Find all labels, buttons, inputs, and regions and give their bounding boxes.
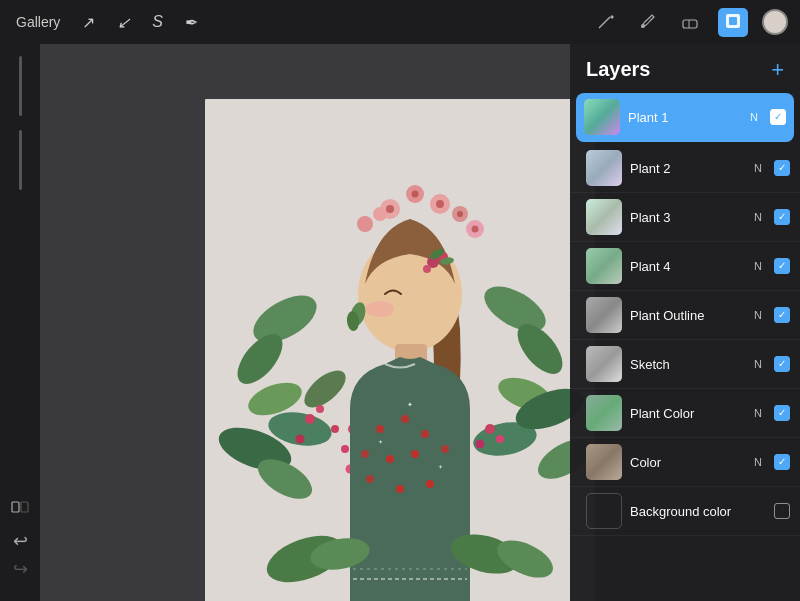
- left-toolbar: ↩ ↪: [0, 44, 40, 601]
- toolbar: Gallery ↗ ↙ S ✒: [0, 0, 800, 44]
- svg-line-0: [599, 17, 610, 28]
- layer-name-plant2: Plant 2: [630, 161, 746, 176]
- layer-checkbox-plant2[interactable]: [774, 160, 790, 176]
- layer-checkbox-plantcolor[interactable]: [774, 405, 790, 421]
- svg-point-48: [366, 301, 394, 317]
- layer-item-plantcolor[interactable]: Plant ColorN: [570, 389, 800, 438]
- svg-point-59: [421, 430, 429, 438]
- selection-tool-button[interactable]: ↙: [113, 9, 134, 36]
- layer-checkbox-plant3[interactable]: [774, 209, 790, 225]
- svg-point-40: [341, 445, 349, 453]
- svg-point-28: [412, 191, 419, 198]
- svg-point-51: [423, 265, 431, 273]
- svg-point-17: [316, 405, 324, 413]
- svg-point-58: [401, 415, 409, 423]
- gallery-button[interactable]: Gallery: [12, 10, 64, 34]
- layer-name-plant4: Plant 4: [630, 259, 746, 274]
- svg-point-27: [386, 205, 394, 213]
- svg-rect-2: [683, 20, 697, 28]
- svg-text:✦: ✦: [407, 401, 413, 408]
- svg-point-29: [436, 200, 444, 208]
- layers-icon: [723, 11, 743, 31]
- svg-rect-6: [12, 502, 19, 512]
- artwork-svg: ✦ ✦ ✦: [205, 99, 595, 601]
- layer-item-color[interactable]: ColorN: [570, 438, 800, 487]
- layer-item-plant3[interactable]: Plant 3N: [570, 193, 800, 242]
- layer-item-outline[interactable]: Plant OutlineN: [570, 291, 800, 340]
- svg-point-46: [476, 440, 485, 449]
- layer-name-outline: Plant Outline: [630, 308, 746, 323]
- add-layer-button[interactable]: +: [771, 59, 784, 81]
- transform-tool-button[interactable]: S: [148, 9, 167, 35]
- svg-point-30: [457, 211, 463, 217]
- layer-thumbnail-plant1: [584, 99, 620, 135]
- opacity-slider[interactable]: [19, 56, 22, 116]
- artwork-canvas[interactable]: ✦ ✦ ✦: [205, 99, 595, 601]
- svg-point-65: [426, 480, 434, 488]
- brush-icon: [638, 11, 658, 31]
- pen-icon: [596, 11, 616, 31]
- layer-mode-outline: N: [754, 309, 762, 321]
- layer-mode-plant2: N: [754, 162, 762, 174]
- size-slider[interactable]: [19, 130, 22, 190]
- layer-checkbox-bg[interactable]: [774, 503, 790, 519]
- svg-point-45: [496, 435, 504, 443]
- layer-thumbnail-sketch: [586, 346, 622, 382]
- layer-item-plant1[interactable]: Plant 1N: [576, 93, 794, 142]
- layer-item-sketch[interactable]: SketchN: [570, 340, 800, 389]
- layer-name-color: Color: [630, 455, 746, 470]
- layer-item-plant2[interactable]: Plant 2N: [570, 144, 800, 193]
- brush-tool-button[interactable]: [634, 7, 662, 38]
- svg-rect-7: [21, 502, 28, 512]
- layer-thumbnail-outline: [586, 297, 622, 333]
- flip-horizontal-button[interactable]: [6, 493, 34, 521]
- layer-thumbnail-color: [586, 444, 622, 480]
- layers-toggle-button[interactable]: [718, 8, 748, 37]
- svg-point-1: [641, 24, 645, 28]
- layers-list: Plant 1NPlant 2NPlant 3NPlant 4NPlant Ou…: [570, 91, 800, 601]
- draw-mode-button[interactable]: ✒: [181, 9, 202, 36]
- flip-icon: [10, 497, 30, 517]
- color-picker-button[interactable]: [762, 9, 788, 35]
- svg-point-25: [357, 216, 373, 232]
- layer-checkbox-color[interactable]: [774, 454, 790, 470]
- layer-mode-plantcolor: N: [754, 407, 762, 419]
- svg-point-62: [441, 445, 449, 453]
- layer-name-bg: Background color: [630, 504, 766, 519]
- layer-thumbnail-plant3: [586, 199, 622, 235]
- layer-checkbox-plant4[interactable]: [774, 258, 790, 274]
- eraser-tool-button[interactable]: [676, 7, 704, 38]
- svg-point-61: [411, 450, 419, 458]
- svg-point-18: [296, 435, 305, 444]
- layer-mode-plant1: N: [750, 111, 758, 123]
- layers-panel-title: Layers: [586, 58, 651, 81]
- svg-text:✦: ✦: [438, 464, 443, 470]
- pen-tool-button[interactable]: [592, 7, 620, 38]
- toolbar-right: [592, 7, 788, 38]
- svg-point-60: [386, 455, 394, 463]
- layer-checkbox-outline[interactable]: [774, 307, 790, 323]
- redo-button[interactable]: ↪: [6, 555, 34, 583]
- layer-mode-sketch: N: [754, 358, 762, 370]
- svg-point-26: [373, 207, 387, 221]
- svg-point-64: [396, 485, 404, 493]
- layer-checkbox-sketch[interactable]: [774, 356, 790, 372]
- svg-point-63: [361, 450, 369, 458]
- layer-item-bg[interactable]: Background color: [570, 487, 800, 536]
- undo-button[interactable]: ↩: [6, 527, 34, 555]
- layers-panel: Layers + Plant 1NPlant 2NPlant 3NPlant 4…: [570, 44, 800, 601]
- svg-point-57: [376, 425, 384, 433]
- svg-rect-5: [729, 17, 737, 25]
- modify-tool-button[interactable]: ↗: [78, 9, 99, 36]
- svg-text:✦: ✦: [378, 439, 383, 445]
- layer-item-plant4[interactable]: Plant 4N: [570, 242, 800, 291]
- svg-point-16: [305, 414, 315, 424]
- layer-name-plant3: Plant 3: [630, 210, 746, 225]
- svg-point-19: [331, 425, 339, 433]
- layer-mode-plant3: N: [754, 211, 762, 223]
- layer-thumbnail-plantcolor: [586, 395, 622, 431]
- toolbar-left: Gallery ↗ ↙ S ✒: [12, 9, 202, 36]
- layer-name-plantcolor: Plant Color: [630, 406, 746, 421]
- layer-checkbox-plant1[interactable]: [770, 109, 786, 125]
- svg-point-31: [472, 226, 479, 233]
